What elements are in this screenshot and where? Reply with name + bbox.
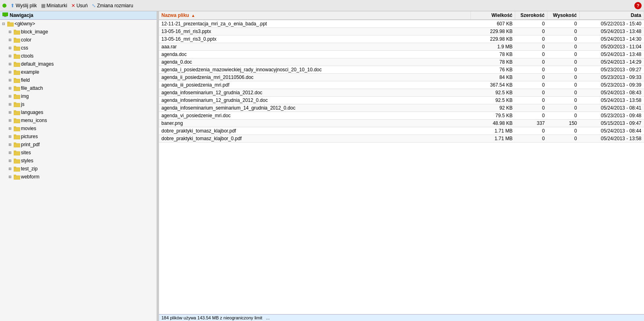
svg-rect-10 (14, 55, 20, 59)
delete-button[interactable]: Usuń (71, 3, 88, 8)
main-layout: Nawigacja ⊟ <główny> ⊞ (0, 11, 644, 321)
svg-rect-25 (14, 110, 16, 112)
tree-item-movies[interactable]: ⊞ movies (0, 124, 157, 133)
table-row[interactable]: agenda_infoseminarium_12_grudnia_2012_0.… (159, 97, 644, 104)
tree-item-sites[interactable]: ⊞ sites (0, 149, 157, 157)
expand-icon-css: ⊞ (7, 45, 13, 51)
sidebar-resizer[interactable] (157, 11, 159, 321)
expand-root-icon: ⊟ (1, 21, 6, 27)
cell-width: 337 (515, 120, 547, 127)
col-header-height[interactable]: Wysokość (547, 11, 580, 20)
cell-name: agenda_infoseminarium_12_grudnia_2012.do… (159, 89, 471, 97)
tree-item-default_images[interactable]: ⊞ default_images (0, 60, 157, 68)
folder-icon-pictures (14, 134, 20, 139)
cell-size: 1.71 MB (471, 135, 515, 143)
tree-item-webform[interactable]: ⊞ webform (0, 173, 157, 181)
table-row[interactable]: agenda_i_posiedzenia_mazowieckiej_rady_i… (159, 66, 644, 74)
svg-rect-13 (14, 62, 16, 63)
table-row[interactable]: 13-05-16_mri_ris3_0.pptx 229.98 KB 0 0 0… (159, 35, 644, 43)
cell-height: 0 (547, 28, 580, 35)
folder-icon-movies (14, 126, 20, 131)
table-row[interactable]: agenda_iii_posiedzenia_mri.pdf 367.54 KB… (159, 81, 644, 89)
tree-item-languages[interactable]: ⊞ languages (0, 108, 157, 116)
tree-item-color[interactable]: ⊞ color (0, 36, 157, 44)
tree-item-menu_icons[interactable]: ⊞ menu_icons (0, 116, 157, 124)
table-row[interactable]: baner.png 48.98 KB 337 150 05/15/2013 - … (159, 120, 644, 127)
svg-rect-26 (14, 119, 20, 123)
cell-name: agenda_0.doc (159, 58, 471, 66)
cell-name: agenda_i_posiedzenia_mazowieckiej_rady_i… (159, 66, 471, 74)
cell-height: 0 (547, 97, 580, 104)
cell-height: 0 (547, 43, 580, 51)
folder-icon-languages (14, 110, 20, 115)
tree-item-img[interactable]: ⊞ img (0, 92, 157, 100)
tree-item-js[interactable]: ⊞ js (0, 100, 157, 108)
sort-arrow-icon: ▲ (191, 13, 195, 18)
cell-size: 367.54 KB (471, 81, 515, 89)
table-row[interactable]: 13-05-16_mri_ris3.pptx 229.98 KB 0 0 05/… (159, 28, 644, 35)
thumbnails-label: Miniaturki (47, 3, 67, 8)
file-table-body: 12-11-21_prezentacja_mri_za_o_enia_bada_… (159, 20, 644, 143)
cell-width: 0 (515, 81, 547, 89)
table-row[interactable]: dobre_praktyki_tomasz_klajbor.pdf 1.71 M… (159, 127, 644, 135)
svg-rect-1 (4, 16, 6, 17)
svg-rect-2 (7, 23, 14, 27)
svg-rect-34 (14, 151, 20, 155)
cell-height: 150 (547, 120, 580, 127)
table-row[interactable]: agenda_infoseminarium_12_grudnia_2012.do… (159, 89, 644, 97)
col-header-name[interactable]: Nazwa pliku ▲ (159, 11, 471, 20)
cell-date: 05/15/2013 - 09:47 (580, 120, 644, 127)
thumbnails-icon (41, 3, 45, 8)
cell-height: 0 (547, 58, 580, 66)
cell-width: 0 (515, 66, 547, 74)
tree-label-languages: languages (21, 110, 43, 115)
table-row[interactable]: agenda.doc 78 KB 0 0 05/24/2013 - 13:48 (159, 51, 644, 58)
expand-icon-example: ⊞ (7, 69, 13, 75)
svg-rect-22 (14, 103, 20, 107)
table-row[interactable]: 12-11-21_prezentacja_mri_za_o_enia_bada_… (159, 20, 644, 28)
table-row[interactable]: agenda_vi_posiedzenie_mri.doc 79.5 KB 0 … (159, 112, 644, 120)
svg-rect-6 (14, 39, 20, 43)
expand-icon-field: ⊞ (7, 77, 13, 83)
upload-button[interactable]: Wyślij plik (10, 3, 37, 8)
svg-rect-4 (14, 31, 20, 35)
tree-item-css[interactable]: ⊞ css (0, 44, 157, 52)
upload-label: Wyślij plik (16, 3, 37, 8)
resize-button[interactable]: Zmiana rozmiaru (92, 3, 133, 8)
tree-item-file_attach[interactable]: ⊞ file_attach (0, 84, 157, 92)
expand-icon-print_pdf: ⊞ (7, 142, 13, 147)
svg-rect-28 (14, 127, 20, 131)
cell-width: 0 (515, 97, 547, 104)
tree-item-pictures[interactable]: ⊞ pictures (0, 133, 157, 141)
table-row[interactable]: agenda_0.doc 78 KB 0 0 05/24/2013 - 14:2… (159, 58, 644, 66)
table-row[interactable]: agenda_ii_posiedzenia_mri_20110506.doc 8… (159, 74, 644, 81)
cell-size: 48.98 KB (471, 120, 515, 127)
tree-root[interactable]: ⊟ <główny> (0, 20, 157, 28)
tree-item-test_zip[interactable]: ⊞ test_zip (0, 165, 157, 173)
tree-items-container: ⊞ block_image ⊞ color (0, 28, 157, 181)
tree-item-field[interactable]: ⊞ field (0, 76, 157, 84)
cell-size: 79.5 KB (471, 112, 515, 120)
sidebar: Nawigacja ⊟ <główny> ⊞ (0, 11, 157, 321)
table-row[interactable]: dobre_praktyki_tomasz_klajbor_0.pdf 1.71… (159, 135, 644, 143)
tree-item-print_pdf[interactable]: ⊞ print_pdf (0, 141, 157, 149)
table-row[interactable]: agenda_infoseminarium_seminarium_14_grud… (159, 104, 644, 112)
col-header-size[interactable]: Wielkość (471, 11, 515, 20)
tree-item-block_image[interactable]: ⊞ block_image (0, 28, 157, 36)
cell-name: aaa.rar (159, 43, 471, 51)
cell-size: 92 KB (471, 104, 515, 112)
cell-height: 0 (547, 89, 580, 97)
tree-item-styles[interactable]: ⊞ styles (0, 157, 157, 165)
table-row[interactable]: aaa.rar 1.9 MB 0 0 05/20/2013 - 11:04 (159, 43, 644, 51)
cell-date: 05/22/2013 - 15:40 (580, 20, 644, 28)
file-table-container[interactable]: Nazwa pliku ▲ Wielkość Szerokość Wysokoś… (159, 11, 644, 314)
svg-rect-30 (14, 135, 20, 139)
svg-rect-29 (14, 126, 16, 128)
tree-item-ctools[interactable]: ⊞ ctools (0, 52, 157, 60)
help-button[interactable]: ? (634, 2, 642, 9)
thumbnails-button[interactable]: Miniaturki (41, 3, 67, 8)
col-header-width[interactable]: Szerokość (515, 11, 547, 20)
tree-item-example[interactable]: ⊞ example (0, 68, 157, 76)
svg-rect-5 (14, 30, 16, 31)
col-header-date[interactable]: Data (580, 11, 644, 20)
